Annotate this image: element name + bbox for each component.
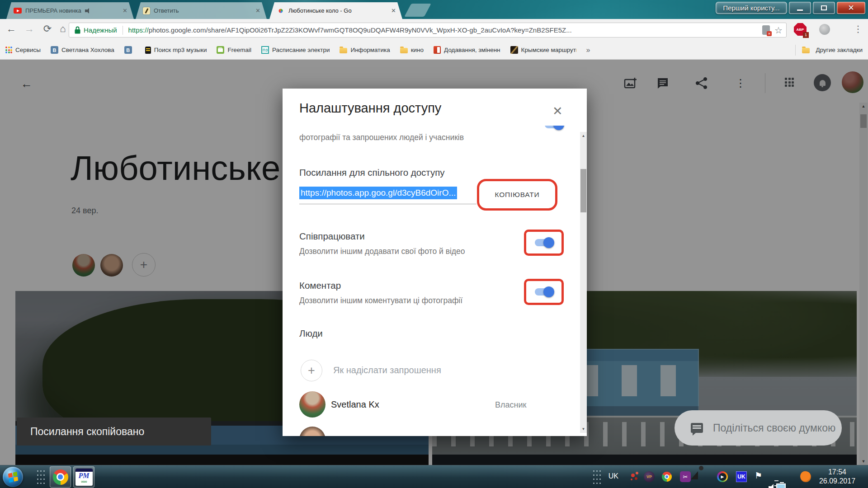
address-bar[interactable]: Надежный https://photos.google.com/share… [69, 23, 787, 38]
play-glyph: ▶ [721, 474, 724, 479]
bookmark-vk[interactable]: B [124, 46, 135, 54]
bookmark-label: Сервисы [15, 47, 41, 53]
bookmark-office-doc[interactable]: Додавання, зміненн [434, 46, 500, 54]
comment-prompt-label: Поділіться своєю думкою [713, 422, 835, 434]
minimize-icon [797, 9, 803, 11]
bookmark-freemail[interactable]: Freemail [217, 46, 251, 54]
home-icon[interactable]: ⌂ [56, 23, 70, 35]
tray-grip [592, 469, 602, 485]
pz-icon: ПЗ [261, 46, 269, 54]
start-button[interactable] [3, 467, 23, 487]
bookmark-label: Freemail [227, 47, 251, 53]
bookmark-label: Додавання, зміненн [444, 47, 500, 53]
dialog-scrollbar[interactable]: ▲ ▼ [580, 132, 587, 433]
bookmark-vk-profile[interactable]: B Светлана Хохлова [51, 46, 114, 54]
bookmark-schedule[interactable]: ПЗ Расписание электри [261, 46, 330, 54]
tray-scissors-icon[interactable]: ✂ [680, 471, 691, 482]
taskbar-chrome-button[interactable] [50, 466, 71, 488]
tab-google-photos[interactable]: Люботинське коло - Go ✕ [269, 2, 402, 19]
share-settings-dialog: Налаштування доступу ✕ фотографії та зап… [283, 89, 587, 436]
bookmark-crimea-routes[interactable]: Крымские маршруты [510, 46, 576, 54]
tray-chrome-icon[interactable] [662, 472, 672, 482]
tray-molecule-icon[interactable] [631, 474, 635, 477]
new-tab-button[interactable] [404, 4, 431, 17]
bookmark-informatics-folder[interactable]: Информатика [340, 47, 390, 53]
comment-subtitle: Дозволити іншим коментувати ці фотографі… [299, 296, 462, 305]
tray-clock[interactable]: 17:54 26.09.2017 [810, 468, 864, 486]
tray-vp-icon[interactable]: VP [644, 471, 655, 482]
bookmarks-divider [795, 45, 796, 56]
other-bookmarks-label: Другие закладки [816, 47, 863, 53]
forward-icon[interactable]: → [23, 23, 36, 35]
bookmark-mp3-search[interactable]: Поиск mp3 музыки [145, 47, 207, 54]
tab-youtube[interactable]: ПРЕМЬЕРА новинка ✕ [6, 2, 134, 19]
taskbar: PM ∞∞ UK VP ✂ ▶ UK ⚑ 17:54 26.09.2017 [0, 465, 868, 488]
bookmark-label: Светлана Хохлова [61, 47, 114, 53]
url-scheme: https:// [128, 26, 149, 34]
adblock-badge: 1 [803, 32, 809, 38]
tab-close-icon[interactable]: ✕ [255, 7, 260, 14]
minimize-button[interactable] [789, 2, 811, 14]
member-avatar-partial [299, 427, 326, 436]
omnibox-divider [123, 26, 123, 35]
copy-link-button[interactable]: КОПІЮВАТИ [490, 186, 545, 203]
restore-button[interactable] [813, 2, 835, 14]
tray-language-text[interactable]: UK [609, 472, 618, 480]
bookmark-star-icon[interactable]: ☆ [774, 25, 783, 36]
bookmarks-overflow-icon[interactable]: » [586, 46, 590, 54]
collaborate-toggle[interactable] [535, 239, 553, 246]
invite-placeholder[interactable]: Як надіслати запрошення [333, 365, 441, 375]
comment-title: Коментар [299, 280, 341, 291]
extension-icon[interactable] [819, 24, 830, 35]
partial-toggle[interactable] [544, 126, 566, 133]
close-icon: ✕ [848, 3, 854, 13]
owner-name: Svetlana Kx [331, 399, 379, 410]
tab-audio-icon[interactable] [85, 8, 92, 14]
browser-profile-button[interactable]: Перший користу... [716, 2, 787, 14]
tab-close-icon[interactable]: ✕ [391, 7, 396, 14]
apps-grid-icon [5, 47, 12, 53]
browser-menu-icon[interactable]: ⋮ [854, 23, 863, 34]
restore-icon [821, 5, 827, 10]
action-center-flag-icon[interactable]: ⚑ [755, 470, 762, 481]
scroll-up-icon[interactable]: ▲ [580, 134, 587, 138]
scrollbar-thumb[interactable] [580, 169, 586, 212]
other-bookmarks[interactable]: Другие закладки [795, 45, 863, 56]
reload-icon[interactable]: ⟳ [41, 23, 54, 35]
comment-toggle[interactable] [535, 288, 553, 296]
youtube-icon [14, 8, 22, 14]
close-button[interactable]: ✕ [837, 2, 865, 14]
url-path: photos.google.com/share/AF1QipO0i26TrJpZ… [149, 26, 572, 34]
tray-media-player-icon[interactable]: ▶ [717, 471, 728, 482]
bookmark-label: Поиск mp3 музыки [154, 47, 207, 53]
taskbar-grip [36, 469, 46, 485]
tab-close-icon[interactable]: ✕ [123, 7, 127, 14]
vk-icon: B [124, 46, 132, 54]
bookmark-services[interactable]: Сервисы [5, 47, 41, 53]
scissors-glyph: ✂ [683, 474, 688, 480]
share-link-value[interactable]: https://photos.app.goo.gl/d3cyB6dOirO... [299, 187, 457, 199]
taskbar-pm-button[interactable]: PM ∞∞ [73, 466, 94, 488]
invite-button[interactable]: + [301, 360, 322, 381]
bookmark-label: Расписание электри [272, 47, 330, 53]
scroll-down-icon[interactable]: ▼ [580, 427, 587, 431]
scrolled-description-text: фотографії та запрошених людей і учасник… [299, 133, 464, 142]
clock-time: 17:54 [810, 468, 864, 477]
tab-mail[interactable]: Ответить ✕ [136, 2, 267, 19]
keyboard-layout-indicator[interactable]: UK [736, 471, 747, 482]
comment-prompt-button[interactable]: Поділіться своєю думкою [675, 410, 842, 446]
blocked-plugin-icon[interactable] [762, 25, 770, 35]
bookmark-movies-folder[interactable]: кино [400, 47, 424, 53]
security-label[interactable]: Надежный [84, 26, 117, 34]
mail-envelope-icon [217, 46, 224, 54]
dialog-title: Налаштування доступу [299, 101, 441, 116]
bookmarks-bar: Сервисы B Светлана Хохлова B Поиск mp3 м… [0, 41, 868, 60]
share-link-label: Посилання для спільного доступу [299, 167, 445, 178]
vp-label: VP [646, 474, 652, 479]
back-icon[interactable]: ← [5, 23, 18, 35]
collaborate-title: Співпрацювати [299, 231, 365, 242]
url-text[interactable]: https://photos.google.com/share/AF1QipO0… [128, 26, 758, 34]
clock-date: 26.09.2017 [810, 477, 864, 486]
dialog-close-icon[interactable]: ✕ [552, 104, 563, 118]
share-link-field[interactable]: https://photos.app.goo.gl/d3cyB6dOirO... [299, 185, 476, 204]
